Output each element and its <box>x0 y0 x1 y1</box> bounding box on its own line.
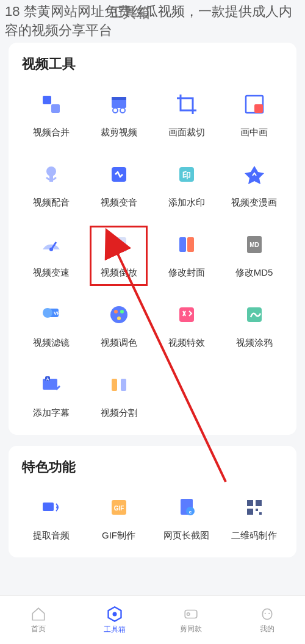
bottom-nav: 首页 工具箱 剪同款 我的 <box>0 595 305 644</box>
svg-rect-29 <box>43 379 57 390</box>
tool-trim[interactable]: 裁剪视频 <box>85 84 152 148</box>
merge-icon <box>35 88 68 121</box>
svg-point-14 <box>49 248 53 251</box>
tool-label: 修改封面 <box>168 267 205 279</box>
webcapture-icon: e <box>170 491 203 524</box>
nav-label: 工具箱 <box>104 624 126 635</box>
svg-rect-42 <box>256 500 262 506</box>
svg-point-8 <box>46 166 56 176</box>
nav-template[interactable]: 剪同款 <box>152 596 229 644</box>
color-icon <box>102 298 135 331</box>
svg-rect-33 <box>121 379 126 391</box>
svg-text:印: 印 <box>182 170 191 180</box>
tool-pip[interactable]: 画中画 <box>220 84 288 148</box>
tool-label: 视频调色 <box>101 337 137 349</box>
nav-profile[interactable]: 我的 <box>229 596 305 644</box>
tool-qrcode[interactable]: 二维码制作 <box>220 487 288 551</box>
tool-subtitle[interactable]: A添加字幕 <box>17 365 85 429</box>
tool-md5[interactable]: MD修改MD5 <box>220 224 288 288</box>
tool-label: 画面裁切 <box>168 127 205 138</box>
tool-cover[interactable]: 修改封面 <box>152 224 220 288</box>
profile-icon <box>259 606 275 622</box>
voicechange-icon <box>102 158 135 191</box>
svg-point-24 <box>114 310 118 313</box>
tool-label: 视频倒放 <box>101 267 137 279</box>
svg-rect-32 <box>112 379 117 391</box>
tool-speed[interactable]: 视频变速 <box>17 224 85 288</box>
tool-label: 添加字幕 <box>33 407 70 419</box>
comic-icon <box>238 158 271 191</box>
toolbox-icon <box>106 606 123 623</box>
fx-icon <box>170 298 203 331</box>
split-icon <box>102 368 135 401</box>
tool-webcapture[interactable]: e网页长截图 <box>152 487 220 551</box>
tool-split[interactable]: 视频分割 <box>85 365 152 429</box>
video-tools-card: 视频工具 视频合并裁剪视频画面裁切画中画视频配音视频变音印添加水印视频变漫画视频… <box>9 43 296 435</box>
svg-point-25 <box>120 310 124 313</box>
tool-reverse[interactable]: 视频倒放 <box>85 224 152 288</box>
reverse-icon <box>102 228 135 261</box>
svg-text:MD: MD <box>249 242 259 248</box>
tool-watermark[interactable]: 印添加水印 <box>152 154 220 218</box>
home-icon <box>30 606 46 622</box>
tool-crop[interactable]: 画面裁切 <box>152 84 220 148</box>
tool-doodle[interactable]: 视频涂鸦 <box>220 295 288 359</box>
svg-rect-1 <box>51 104 60 113</box>
svg-rect-34 <box>43 503 54 511</box>
section-title-video: 视频工具 <box>17 55 288 73</box>
tool-label: 网页长截图 <box>163 530 209 542</box>
svg-rect-7 <box>254 104 263 113</box>
watermark-icon: 印 <box>170 158 203 191</box>
svg-point-23 <box>110 306 127 323</box>
tool-label: 视频配音 <box>33 197 70 209</box>
tool-color[interactable]: 视频调色 <box>85 295 152 359</box>
dub-icon <box>35 158 68 191</box>
tool-label: 二维码制作 <box>231 530 277 542</box>
nav-toolbox[interactable]: 工具箱 <box>76 596 152 644</box>
tool-label: 视频分割 <box>101 407 137 419</box>
tool-merge[interactable]: 视频合并 <box>17 84 85 148</box>
svg-text:GIF: GIF <box>113 505 124 512</box>
overlay-text: 18 禁黄网站网址免费丝瓜视频，一款提供成人内容的视频分享平台 <box>0 0 305 43</box>
svg-rect-41 <box>247 500 253 506</box>
tool-voicechange[interactable]: 视频变音 <box>85 154 152 218</box>
svg-text:e: e <box>188 509 192 515</box>
tool-gif[interactable]: GIFGIF制作 <box>85 487 152 551</box>
tool-label: 添加水印 <box>168 197 205 209</box>
svg-rect-43 <box>247 509 253 515</box>
svg-point-4 <box>113 108 118 113</box>
svg-point-51 <box>264 612 265 614</box>
gif-icon: GIF <box>102 491 135 524</box>
tool-label: 视频变音 <box>101 197 137 209</box>
nav-home[interactable]: 首页 <box>0 596 76 644</box>
md5-icon: MD <box>238 228 271 261</box>
tool-fx[interactable]: 视频特效 <box>152 295 220 359</box>
tool-label: 修改MD5 <box>235 267 273 279</box>
tool-label: 视频滤镜 <box>33 337 70 349</box>
svg-point-35 <box>56 506 59 509</box>
tool-label: 视频变速 <box>33 267 70 279</box>
tool-extract-audio[interactable]: 提取音频 <box>17 487 85 551</box>
tool-filter[interactable]: VR视频滤镜 <box>17 295 85 359</box>
subtitle-icon: A <box>35 368 68 401</box>
tool-comic[interactable]: 视频变漫画 <box>220 154 288 218</box>
doodle-icon <box>238 298 271 331</box>
crop-icon <box>170 88 203 121</box>
tool-dub[interactable]: 视频配音 <box>17 154 85 218</box>
svg-rect-27 <box>179 307 194 322</box>
svg-point-21 <box>43 308 52 318</box>
template-icon <box>183 606 199 622</box>
extract-audio-icon <box>35 491 68 524</box>
tool-label: 视频变漫画 <box>231 197 277 209</box>
tool-label: 视频涂鸦 <box>236 337 273 349</box>
svg-point-26 <box>117 317 121 320</box>
tool-label: 视频特效 <box>168 337 205 349</box>
svg-rect-50 <box>262 609 271 619</box>
svg-rect-45 <box>259 512 262 515</box>
svg-rect-9 <box>49 176 53 182</box>
svg-point-49 <box>187 612 189 615</box>
pip-icon <box>238 88 271 121</box>
feature-tools-grid: 提取音频GIFGIF制作e网页长截图二维码制作 <box>17 487 288 551</box>
qrcode-icon <box>238 491 271 524</box>
nav-label: 首页 <box>31 624 46 634</box>
